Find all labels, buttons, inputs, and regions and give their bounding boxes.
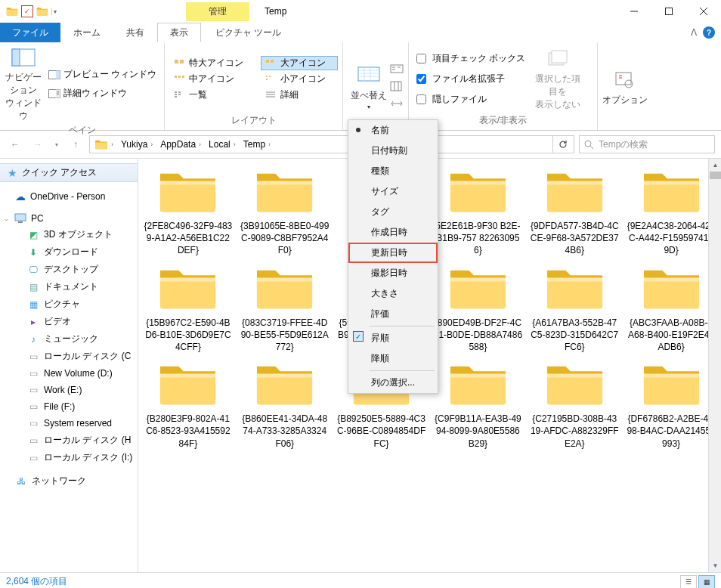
- sidebar-item-drive-h[interactable]: ▭ローカル ディスク (H: [0, 432, 138, 449]
- tab-file[interactable]: ファイル: [0, 23, 60, 42]
- sidebar-item-documents[interactable]: ▤ドキュメント: [0, 278, 138, 296]
- layout-list[interactable]: 一覧: [169, 88, 256, 102]
- search-input[interactable]: Tempの検索: [579, 135, 715, 153]
- refresh-button[interactable]: [552, 135, 572, 153]
- menu-sort-taken[interactable]: 撮影日時: [348, 263, 438, 283]
- sidebar-item-downloads[interactable]: ⬇ダウンロード: [0, 243, 138, 261]
- chevron-down-icon: ▾: [367, 104, 370, 110]
- svg-rect-10: [271, 60, 274, 63]
- folder-item[interactable]: {9DFDA577-3B4D-4CCE-9F68-3A572DE374B6}: [528, 166, 621, 257]
- group-by-icon[interactable]: [390, 64, 404, 76]
- item-checkboxes-toggle[interactable]: 項目チェック ボックス: [413, 51, 528, 67]
- preview-pane-button[interactable]: プレビュー ウィンドウ: [45, 67, 159, 82]
- folder-item[interactable]: {C27195BD-308B-4319-AFDC-A882329FFE2A}: [528, 359, 621, 450]
- sidebar-item-pictures[interactable]: ▦ピクチャ: [0, 296, 138, 313]
- large-icons-view-button[interactable]: ▦: [698, 575, 715, 589]
- sidebar-onedrive[interactable]: ☁OneDrive - Person: [0, 188, 138, 205]
- layout-small[interactable]: 小アイコン: [261, 72, 339, 86]
- collapse-ribbon-icon[interactable]: ᐱ: [691, 27, 697, 38]
- menu-sort-rating[interactable]: 評価: [348, 304, 438, 324]
- sidebar-item-system-reserved[interactable]: ▭System reserved: [0, 415, 138, 432]
- hidden-files-toggle[interactable]: 隠しファイル: [413, 91, 528, 107]
- crumb-appdata[interactable]: AppData›: [157, 139, 206, 150]
- tab-view[interactable]: 表示: [157, 23, 201, 42]
- folder-item[interactable]: {ABC3FAAB-A08B-4A68-B400-E19F2E44ADB6}: [624, 263, 718, 354]
- folder-item[interactable]: {15B967C2-E590-4BD6-B10E-3D6D9E7C4CFF}: [141, 263, 235, 354]
- folder-item[interactable]: {3B91065E-8BE0-499C-9089-C8BF7952A4F0}: [238, 166, 332, 257]
- sidebar-network[interactable]: 🖧ネットワーク: [0, 472, 138, 490]
- menu-sort-created[interactable]: 作成日時: [348, 222, 438, 243]
- folder-item[interactable]: {B280E3F9-802A-41C6-8523-93A41559284F}: [141, 359, 235, 450]
- folder-item[interactable]: {2FE8C496-32F9-4839-A1A2-A56EB1C22DEF}: [141, 166, 235, 257]
- qat-dropdown-icon[interactable]: ▾: [51, 8, 65, 15]
- menu-choose-columns[interactable]: 列の選択...: [348, 373, 438, 393]
- maximize-button[interactable]: [651, 0, 686, 23]
- sidebar-item-drive-f[interactable]: ▭File (F:): [0, 398, 138, 415]
- file-extensions-toggle[interactable]: ファイル名拡張子: [413, 71, 528, 87]
- chevron-right-icon[interactable]: ›: [110, 141, 115, 148]
- crumb-yukiya[interactable]: Yukiya›: [118, 139, 157, 150]
- breadcrumb[interactable]: › Yukiya› AppData› Local› Temp› ▾: [89, 135, 574, 153]
- layout-extra-large[interactable]: 特大アイコン: [169, 56, 256, 70]
- folder-item[interactable]: {A61A7BA3-552B-47C5-823D-315D642C7FC6}: [528, 263, 621, 354]
- sidebar-item-drive-d[interactable]: ▭New Volume (D:): [0, 365, 138, 382]
- folder-item[interactable]: {B860EE41-34DA-4874-A733-3285A3324F06}: [238, 359, 332, 450]
- forward-button[interactable]: →: [29, 135, 47, 153]
- size-columns-icon[interactable]: [390, 97, 404, 110]
- menu-sort-date[interactable]: 日付時刻: [348, 141, 438, 161]
- tab-share[interactable]: 共有: [113, 23, 157, 42]
- folder-item[interactable]: {9E2A4C38-2064-427C-A442-F1595974119D}: [624, 166, 718, 257]
- svg-rect-22: [616, 73, 631, 85]
- sidebar-item-3d[interactable]: ◩3D オブジェクト: [0, 226, 138, 243]
- checkbox-icon[interactable]: ✓: [21, 5, 33, 17]
- folder-item[interactable]: 5E2E61B-9F30 B2E-B1B9-757 822630956}: [432, 166, 525, 257]
- scroll-down-icon[interactable]: ▼: [709, 559, 721, 572]
- crumb-temp[interactable]: Temp›: [240, 139, 275, 150]
- folder-item[interactable]: {890ED49B-DF2F-4C11-B0DE-DB88A7486588}: [432, 263, 525, 354]
- menu-sort-name[interactable]: 名前: [348, 120, 438, 141]
- crumb-local[interactable]: Local›: [206, 139, 240, 150]
- help-icon[interactable]: ?: [703, 26, 715, 39]
- scroll-thumb[interactable]: [710, 172, 721, 179]
- chevron-down-icon[interactable]: ⌵: [5, 215, 8, 222]
- folder-label: {B280E3F9-802A-41C6-8523-93A41559284F}: [144, 413, 233, 450]
- folder-item[interactable]: {DF6786B2-A2BE-4D98-B4AC-DAA214557993}: [624, 359, 718, 450]
- menu-sort-asc[interactable]: ✓昇順: [348, 328, 438, 348]
- scroll-up-icon[interactable]: ▲: [709, 159, 721, 172]
- layout-details[interactable]: 詳細: [261, 88, 339, 102]
- sidebar-quick-access[interactable]: ★クイック アクセス: [0, 163, 138, 182]
- details-pane-button[interactable]: 詳細ウィンドウ: [45, 85, 159, 101]
- tab-home[interactable]: ホーム: [60, 23, 113, 42]
- sidebar-item-music[interactable]: ♪ミュージック: [0, 330, 138, 348]
- sidebar-pc[interactable]: ⌵PC: [0, 211, 138, 226]
- sidebar-item-desktop[interactable]: 🖵デスクトップ: [0, 261, 138, 278]
- menu-sort-desc[interactable]: 降順: [348, 348, 438, 369]
- sidebar-item-drive-c[interactable]: ▭ローカル ディスク (C: [0, 348, 138, 365]
- navigation-pane-button[interactable]: ナビゲーション ウィンドウ: [5, 45, 42, 122]
- layout-large[interactable]: 大アイコン: [261, 56, 339, 70]
- menu-sort-tags[interactable]: タグ: [348, 202, 438, 222]
- sidebar-item-drive-i[interactable]: ▭ローカル ディスク (I:): [0, 449, 138, 466]
- hide-selected-button[interactable]: 選択した項目を 表示しない: [531, 45, 584, 113]
- svg-rect-2: [12, 49, 20, 66]
- tab-picture-tools[interactable]: ピクチャ ツール: [203, 23, 294, 42]
- video-icon: ▸: [27, 316, 39, 328]
- menu-sort-dimensions[interactable]: 大きさ: [348, 283, 438, 304]
- sort-by-button[interactable]: 並べ替え ▾: [348, 45, 390, 128]
- folder-item[interactable]: {C9F9B11A-EA3B-4994-8099-9A80E5586B29}: [432, 359, 525, 450]
- details-view-button[interactable]: ☰: [680, 575, 697, 589]
- cube-icon: ◩: [27, 229, 39, 241]
- options-button[interactable]: オプション: [602, 45, 648, 128]
- layout-medium[interactable]: 中アイコン: [169, 72, 256, 86]
- sidebar-item-videos[interactable]: ▸ビデオ: [0, 313, 138, 330]
- folder-label: {C27195BD-308B-4319-AFDC-A882329FFE2A}: [530, 413, 619, 450]
- minimize-button[interactable]: [617, 0, 651, 23]
- menu-sort-type[interactable]: 種類: [348, 161, 438, 181]
- folder-item[interactable]: {083C3719-FFEE-4D90-BE55-F5D9E612A772}: [238, 263, 332, 354]
- vertical-scrollbar[interactable]: ▲ ▼: [708, 159, 721, 572]
- close-button[interactable]: [686, 0, 721, 23]
- menu-sort-size[interactable]: サイズ: [348, 181, 438, 202]
- menu-sort-modified[interactable]: 更新日時: [348, 243, 438, 263]
- add-columns-icon[interactable]: [390, 81, 404, 93]
- sidebar-item-drive-e[interactable]: ▭Work (E:): [0, 382, 138, 398]
